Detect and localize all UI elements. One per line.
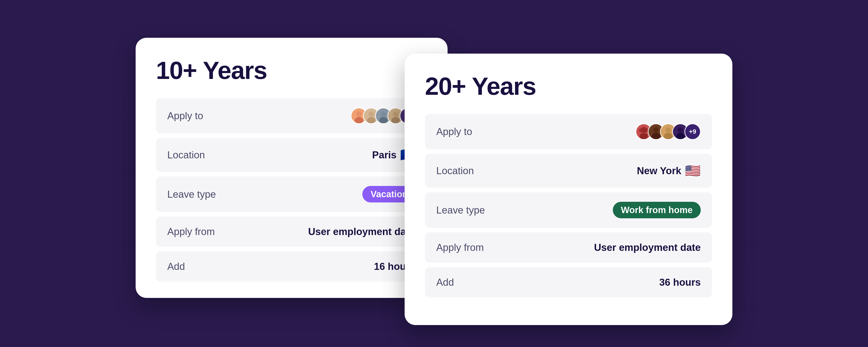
card-front-title: 20+ Years — [425, 72, 712, 100]
wfh-badge: Work from home — [613, 202, 701, 218]
add-label-front: Add — [436, 277, 454, 288]
location-text-front: New York — [637, 165, 681, 176]
svg-point-20 — [665, 127, 671, 133]
location-label-front: Location — [436, 165, 474, 176]
svg-point-24 — [676, 133, 685, 140]
field-row-add-back: Add 16 hou… — [156, 251, 427, 282]
field-row-location-back: Location Paris 🇫🇷 — [156, 138, 427, 172]
field-row-location-front: Location New York 🇺🇸 — [425, 154, 712, 188]
card-back-title: 10+ Years — [156, 56, 427, 85]
svg-point-4 — [368, 112, 374, 117]
field-row-leave-back: Leave type Vacation — [156, 176, 427, 212]
svg-point-2 — [355, 117, 363, 124]
svg-point-21 — [664, 133, 673, 140]
cards-container: 10+ Years Apply to — [118, 26, 750, 321]
apply-to-label-front: Apply to — [436, 126, 472, 137]
location-value-front: New York 🇺🇸 — [637, 163, 701, 178]
location-flag-front: 🇺🇸 — [685, 163, 701, 178]
leave-value-front: Work from home — [613, 202, 701, 218]
card-10-years: 10+ Years Apply to — [135, 38, 447, 298]
svg-point-1 — [356, 112, 362, 117]
svg-point-5 — [367, 117, 375, 124]
location-text-back: Paris — [372, 149, 397, 161]
location-label-back: Location — [167, 149, 205, 161]
apply-to-value-front: +9 — [636, 123, 701, 140]
field-row-apply-to-front: Apply to — [425, 114, 712, 149]
field-row-apply-from-front: Apply from User employment date — [425, 232, 712, 263]
svg-point-15 — [640, 133, 648, 140]
field-row-leave-front: Leave type Work from home — [425, 192, 712, 228]
svg-point-11 — [392, 117, 400, 124]
leave-label-back: Leave type — [167, 189, 216, 200]
avatar-plus-front: +9 — [684, 123, 701, 140]
svg-point-23 — [678, 127, 683, 133]
apply-from-value-back: User employment da… — [308, 226, 416, 237]
field-row-apply-from-back: Apply from User employment da… — [156, 216, 427, 247]
add-value-front: 36 hours — [659, 277, 701, 288]
card-20-years: 20+ Years Apply to — [405, 54, 733, 325]
leave-label-front: Leave type — [436, 204, 485, 216]
svg-point-18 — [652, 133, 660, 140]
svg-point-10 — [393, 112, 398, 117]
field-row-apply-to-back: Apply to — [156, 98, 427, 134]
avatars-group-front: +9 — [636, 123, 701, 140]
apply-from-value-front: User employment date — [594, 242, 701, 253]
avatar-plus-label-front: +9 — [689, 128, 696, 135]
svg-point-17 — [653, 127, 659, 133]
add-label-back: Add — [167, 261, 185, 272]
field-row-add-front: Add 36 hours — [425, 267, 712, 297]
apply-to-label-back: Apply to — [167, 110, 203, 121]
svg-rect-14 — [639, 128, 649, 132]
svg-point-8 — [379, 117, 388, 124]
apply-from-label-back: Apply from — [167, 226, 215, 237]
svg-point-7 — [381, 112, 386, 117]
apply-from-label-front: Apply from — [436, 242, 484, 253]
